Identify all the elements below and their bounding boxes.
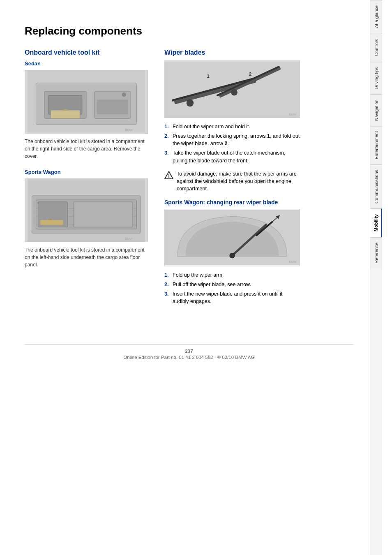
wiper-step-3: 3. Take the wiper blade out of the catch… (164, 149, 300, 164)
rear-wiper-step-1: 1. Fold up the wiper arm. (164, 271, 300, 279)
warning-box: ! To avoid damage, make sure that the wi… (164, 170, 300, 192)
page-title: Replacing components (25, 25, 353, 37)
svg-text:BMW: BMW (125, 237, 133, 240)
wiper-blades-image: 1 2 BMW (164, 60, 300, 118)
svg-text:BMW: BMW (125, 129, 133, 132)
two-column-layout: Onboard vehicle tool kit Sedan (25, 49, 353, 311)
sedan-image: BMW (25, 70, 148, 134)
svg-text:BMW: BMW (289, 261, 296, 264)
svg-text:BMW: BMW (289, 113, 296, 116)
tab-navigation[interactable]: Navigation (370, 94, 382, 126)
footer-text: Online Edition for Part no. 01 41 2 604 … (25, 355, 353, 360)
svg-point-24 (187, 99, 193, 106)
svg-text:1: 1 (207, 74, 210, 79)
svg-rect-19 (74, 202, 132, 227)
sidebar-tabs: At a glance Controls Driving tips Naviga… (370, 0, 382, 555)
svg-text:!: ! (168, 173, 170, 179)
wiper-step-2: 2. Press together the locking spring, ar… (164, 132, 300, 147)
sedan-caption: The onboard vehicle tool kit is stored i… (25, 138, 148, 160)
sportswagon-image: BMW (25, 178, 148, 242)
tab-driving-tips[interactable]: Driving tips (370, 62, 382, 94)
svg-rect-8 (97, 99, 129, 114)
svg-text:2: 2 (249, 72, 251, 76)
sedan-subtitle: Sedan (25, 60, 148, 67)
svg-rect-4 (51, 110, 80, 118)
svg-point-36 (230, 253, 235, 258)
tab-controls[interactable]: Controls (370, 33, 382, 62)
tab-at-a-glance[interactable]: At a glance (370, 0, 382, 33)
rear-wiper-title: Sports Wagon: changing rear wiper blade (164, 199, 300, 206)
right-section-title: Wiper blades (164, 49, 300, 56)
main-content: Replacing components Onboard vehicle too… (0, 0, 370, 555)
tab-communications[interactable]: Communications (370, 164, 382, 208)
svg-rect-5 (63, 109, 67, 111)
rear-wiper-steps-list: 1. Fold up the wiper arm. 2. Pull off th… (164, 271, 300, 305)
warning-triangle-icon: ! (164, 171, 173, 179)
svg-rect-18 (48, 219, 52, 220)
sportswagon-caption: The onboard vehicle tool kit is stored i… (25, 246, 148, 268)
left-section-title: Onboard vehicle tool kit (25, 49, 148, 56)
left-column: Onboard vehicle tool kit Sedan (25, 49, 148, 311)
tab-mobility[interactable]: Mobility (370, 208, 382, 237)
svg-point-7 (122, 92, 126, 97)
warning-text: To avoid damage, make sure that the wipe… (177, 170, 300, 192)
tab-entertainment[interactable]: Entertainment (370, 126, 382, 164)
rear-wiper-image: BMW (164, 209, 300, 266)
svg-rect-17 (40, 220, 63, 225)
tab-reference[interactable]: Reference (370, 237, 382, 268)
wiper-step-1: 1. Fold out the wiper arm and hold it. (164, 123, 300, 130)
wiper-steps-list: 1. Fold out the wiper arm and hold it. 2… (164, 123, 300, 164)
sportswagon-subtitle: Sports Wagon (25, 169, 148, 175)
rear-wiper-step-3: 3. Insert the new wiper blade and press … (164, 290, 300, 305)
page-number: 237 (25, 349, 353, 354)
rear-wiper-step-2: 2. Pull off the wiper blade, see arrow. (164, 281, 300, 288)
footer: 237 Online Edition for Part no. 01 41 2 … (25, 344, 353, 360)
svg-point-27 (231, 90, 237, 95)
right-column: Wiper blades 1 2 BMW (164, 49, 300, 311)
